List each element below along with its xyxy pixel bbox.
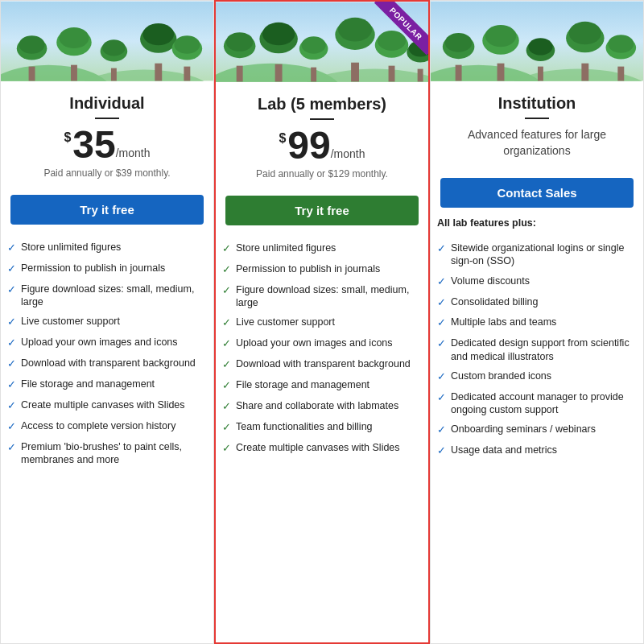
feature-text: Volume discounts: [451, 275, 530, 287]
svg-point-8: [59, 27, 89, 48]
feature-item: ✓Download with transparent background: [222, 357, 422, 372]
feature-item: ✓Consolidated billing: [437, 295, 637, 310]
svg-rect-33: [389, 66, 395, 82]
feature-text: Store unlimited figures: [21, 241, 121, 254]
plan-header-individual: Individual$35/monthPaid annually or $39 …: [1, 81, 213, 195]
check-icon: ✓: [437, 275, 446, 289]
plan-name-individual: Individual: [10, 94, 204, 113]
svg-point-29: [301, 36, 325, 53]
price-period-individual: /month: [116, 147, 151, 159]
check-icon: ✓: [7, 336, 16, 350]
cta-button-individual[interactable]: Try it free: [10, 195, 204, 225]
price-note-individual: Paid annually or $39 monthly.: [10, 167, 204, 179]
feature-item: ✓Volume discounts: [437, 275, 637, 289]
feature-item: ✓Figure download sizes: small, medium, l…: [7, 283, 207, 309]
features-list-institution: ✓Sitewide organizational logins or singl…: [431, 235, 643, 643]
feature-text: Live customer support: [236, 316, 335, 328]
feature-text: Consolidated billing: [451, 295, 538, 308]
check-icon: ✓: [222, 263, 231, 277]
svg-rect-36: [418, 69, 423, 82]
feature-text: Upload your own images and icons: [21, 336, 178, 349]
plan-header-institution: InstitutionAdvanced features for large o…: [431, 81, 643, 178]
check-icon: ✓: [222, 358, 231, 372]
features-list-individual: ✓Store unlimited figures✓Permission to p…: [1, 234, 213, 643]
svg-point-14: [142, 23, 174, 45]
svg-rect-48: [538, 67, 543, 81]
feature-text: Create multiple canvases with Slides: [21, 398, 185, 411]
feature-text: Live customer support: [21, 315, 120, 328]
cta-button-lab[interactable]: Try it free: [225, 196, 419, 225]
feature-text: Dedicated design support from scientific…: [451, 336, 637, 363]
feature-text: File storage and management: [236, 378, 369, 391]
plan-header-lab: Lab (5 members)$99/monthPaid annually or…: [216, 82, 428, 196]
features-label-institution: All lab features plus:: [431, 217, 643, 229]
plan-name-lab: Lab (5 members): [225, 95, 419, 114]
plan-divider-institution: [525, 118, 549, 119]
svg-point-17: [174, 35, 200, 54]
feature-text: Upload your own images and icons: [236, 336, 393, 349]
svg-point-5: [19, 35, 45, 54]
check-icon: ✓: [7, 357, 16, 371]
plan-column-individual: Individual$35/monthPaid annually or $39 …: [0, 0, 214, 644]
price-row-lab: $99/month: [225, 126, 419, 165]
feature-text: Permission to publish in journals: [236, 262, 380, 275]
check-icon: ✓: [222, 400, 231, 414]
feature-text: Access to complete version history: [21, 419, 175, 432]
feature-text: Download with transparent background: [236, 357, 411, 370]
feature-item: ✓Upload your own images and icons: [222, 336, 422, 351]
feature-text: Share and collaborate with labmates: [236, 399, 398, 412]
check-icon: ✓: [7, 242, 16, 255]
check-icon: ✓: [437, 444, 446, 458]
price-period-lab: /month: [331, 147, 365, 160]
feature-item: ✓Permission to publish in journals: [222, 262, 422, 277]
svg-point-56: [608, 35, 634, 53]
check-icon: ✓: [222, 316, 231, 330]
check-icon: ✓: [437, 242, 446, 256]
svg-rect-45: [497, 64, 505, 81]
check-icon: ✓: [7, 441, 16, 455]
features-list-lab: ✓Store unlimited figures✓Permission to p…: [216, 235, 428, 642]
feature-item: ✓Usage data and metrics: [437, 444, 637, 458]
check-icon: ✓: [7, 283, 16, 297]
feature-item: ✓Dedicated design support from scientifi…: [437, 336, 637, 363]
price-note-lab: Paid annually or $129 monthly.: [225, 168, 419, 180]
feature-item: ✓Download with transparent background: [7, 357, 207, 371]
check-icon: ✓: [222, 421, 231, 435]
nature-banner-individual: [1, 1, 213, 81]
feature-text: Sitewide organizational logins or single…: [451, 242, 637, 268]
svg-point-50: [528, 38, 552, 55]
plan-column-institution: InstitutionAdvanced features for large o…: [430, 0, 644, 644]
feature-item: ✓Upload your own images and icons: [7, 336, 207, 350]
svg-point-47: [485, 25, 517, 47]
svg-point-53: [569, 22, 601, 44]
check-icon: ✓: [7, 399, 16, 413]
plan-divider-lab: [310, 118, 334, 120]
feature-item: ✓Onboarding seminars / webinars: [437, 423, 637, 437]
plan-name-institution: Institution: [440, 94, 634, 113]
svg-rect-6: [71, 65, 77, 81]
svg-point-26: [262, 23, 295, 45]
feature-text: Multiple labs and teams: [451, 316, 556, 328]
feature-text: Custom branded icons: [451, 369, 551, 382]
check-icon: ✓: [437, 370, 446, 384]
svg-rect-30: [351, 63, 359, 82]
svg-rect-21: [237, 66, 243, 82]
check-icon: ✓: [7, 378, 16, 392]
feature-item: ✓Premium 'bio-brushes' to paint cells, m…: [7, 440, 207, 467]
check-icon: ✓: [437, 391, 446, 405]
check-icon: ✓: [222, 379, 231, 393]
feature-item: ✓Team functionalities and billing: [222, 420, 422, 435]
feature-item: ✓File storage and management: [7, 378, 207, 392]
pricing-container: Individual$35/monthPaid annually or $39 …: [0, 0, 644, 644]
cta-button-institution[interactable]: Contact Sales: [440, 178, 634, 208]
feature-text: Team functionalities and billing: [236, 420, 373, 433]
feature-item: ✓Create multiple canvases with Slides: [7, 398, 207, 413]
svg-rect-51: [581, 64, 588, 81]
feature-text: Store unlimited figures: [236, 242, 336, 254]
check-icon: ✓: [222, 337, 231, 351]
price-symbol-individual: $: [64, 130, 71, 145]
svg-rect-24: [275, 64, 283, 82]
svg-point-44: [445, 33, 473, 52]
feature-item: ✓Dedicated account manager to provide on…: [437, 390, 637, 417]
feature-item: ✓Store unlimited figures: [222, 242, 422, 256]
